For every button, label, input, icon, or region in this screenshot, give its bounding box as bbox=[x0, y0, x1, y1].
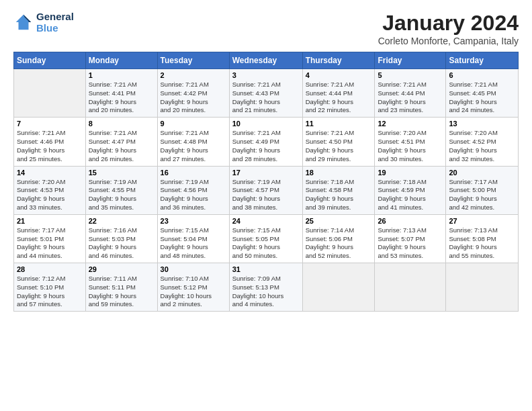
calendar-cell: 10Sunrise: 7:21 AM Sunset: 4:49 PM Dayli… bbox=[229, 118, 302, 166]
calendar-cell bbox=[446, 263, 519, 312]
day-number: 30 bbox=[161, 265, 226, 273]
day-number: 2 bbox=[161, 71, 226, 79]
calendar-week-row: 14Sunrise: 7:20 AM Sunset: 4:53 PM Dayli… bbox=[14, 166, 519, 214]
day-info: Sunrise: 7:21 AM Sunset: 4:41 PM Dayligh… bbox=[89, 81, 154, 115]
day-info: Sunrise: 7:19 AM Sunset: 4:57 PM Dayligh… bbox=[232, 178, 300, 212]
day-number: 15 bbox=[89, 169, 154, 177]
day-number: 28 bbox=[17, 265, 83, 273]
day-number: 29 bbox=[89, 265, 154, 273]
day-info: Sunrise: 7:14 AM Sunset: 5:06 PM Dayligh… bbox=[306, 226, 372, 261]
day-info: Sunrise: 7:21 AM Sunset: 4:48 PM Dayligh… bbox=[161, 129, 226, 163]
calendar-cell: 23Sunrise: 7:15 AM Sunset: 5:04 PM Dayli… bbox=[157, 214, 229, 263]
day-info: Sunrise: 7:21 AM Sunset: 4:47 PM Dayligh… bbox=[89, 129, 154, 163]
day-number: 20 bbox=[449, 169, 515, 177]
day-number: 26 bbox=[378, 217, 443, 225]
logo-text: General Blue bbox=[36, 11, 74, 34]
calendar-cell: 13Sunrise: 7:20 AM Sunset: 4:52 PM Dayli… bbox=[446, 118, 519, 166]
calendar-cell: 25Sunrise: 7:14 AM Sunset: 5:06 PM Dayli… bbox=[302, 214, 375, 263]
day-number: 10 bbox=[232, 120, 300, 128]
calendar-cell: 27Sunrise: 7:13 AM Sunset: 5:08 PM Dayli… bbox=[446, 214, 519, 263]
calendar-cell: 9Sunrise: 7:21 AM Sunset: 4:48 PM Daylig… bbox=[157, 118, 229, 166]
day-info: Sunrise: 7:20 AM Sunset: 4:52 PM Dayligh… bbox=[449, 129, 515, 163]
day-info: Sunrise: 7:13 AM Sunset: 5:08 PM Dayligh… bbox=[449, 226, 515, 261]
calendar-day-header: Tuesday bbox=[157, 52, 229, 69]
day-info: Sunrise: 7:15 AM Sunset: 5:05 PM Dayligh… bbox=[232, 226, 300, 261]
calendar-week-row: 7Sunrise: 7:21 AM Sunset: 4:46 PM Daylig… bbox=[14, 118, 519, 166]
calendar-cell: 7Sunrise: 7:21 AM Sunset: 4:46 PM Daylig… bbox=[14, 118, 86, 166]
title-block: January 2024 Corleto Monforte, Campania,… bbox=[378, 11, 519, 46]
header: General Blue January 2024 Corleto Monfor… bbox=[13, 11, 519, 46]
calendar-cell bbox=[375, 263, 446, 312]
calendar-week-row: 28Sunrise: 7:12 AM Sunset: 5:10 PM Dayli… bbox=[14, 263, 519, 312]
calendar-cell: 19Sunrise: 7:18 AM Sunset: 4:59 PM Dayli… bbox=[375, 166, 446, 214]
logo-icon bbox=[13, 12, 34, 32]
calendar-cell: 12Sunrise: 7:20 AM Sunset: 4:51 PM Dayli… bbox=[375, 118, 446, 166]
day-number: 24 bbox=[232, 217, 300, 225]
day-info: Sunrise: 7:12 AM Sunset: 5:10 PM Dayligh… bbox=[17, 275, 83, 309]
calendar-cell bbox=[14, 69, 86, 118]
day-info: Sunrise: 7:16 AM Sunset: 5:03 PM Dayligh… bbox=[89, 226, 154, 261]
calendar-table: SundayMondayTuesdayWednesdayThursdayFrid… bbox=[13, 52, 519, 312]
day-info: Sunrise: 7:10 AM Sunset: 5:12 PM Dayligh… bbox=[161, 275, 226, 309]
day-number: 1 bbox=[89, 71, 154, 79]
day-info: Sunrise: 7:19 AM Sunset: 4:55 PM Dayligh… bbox=[89, 178, 154, 212]
calendar-header-row: SundayMondayTuesdayWednesdayThursdayFrid… bbox=[14, 52, 519, 69]
calendar-day-header: Wednesday bbox=[229, 52, 302, 69]
calendar-cell: 18Sunrise: 7:18 AM Sunset: 4:58 PM Dayli… bbox=[302, 166, 375, 214]
calendar-cell: 15Sunrise: 7:19 AM Sunset: 4:55 PM Dayli… bbox=[85, 166, 157, 214]
calendar-cell: 6Sunrise: 7:21 AM Sunset: 4:45 PM Daylig… bbox=[446, 69, 519, 118]
location-subtitle: Corleto Monforte, Campania, Italy bbox=[378, 36, 519, 46]
calendar-day-header: Monday bbox=[85, 52, 157, 69]
calendar-cell: 3Sunrise: 7:21 AM Sunset: 4:43 PM Daylig… bbox=[229, 69, 302, 118]
day-number: 16 bbox=[161, 169, 226, 177]
calendar-cell: 5Sunrise: 7:21 AM Sunset: 4:44 PM Daylig… bbox=[375, 69, 446, 118]
day-info: Sunrise: 7:21 AM Sunset: 4:44 PM Dayligh… bbox=[378, 81, 443, 115]
day-info: Sunrise: 7:11 AM Sunset: 5:11 PM Dayligh… bbox=[89, 275, 154, 309]
calendar-day-header: Saturday bbox=[446, 52, 519, 69]
day-number: 6 bbox=[449, 71, 515, 79]
calendar-cell: 24Sunrise: 7:15 AM Sunset: 5:05 PM Dayli… bbox=[229, 214, 302, 263]
day-number: 22 bbox=[89, 217, 154, 225]
day-number: 5 bbox=[378, 71, 443, 79]
day-number: 9 bbox=[161, 120, 226, 128]
day-number: 12 bbox=[378, 120, 443, 128]
day-info: Sunrise: 7:13 AM Sunset: 5:07 PM Dayligh… bbox=[378, 226, 443, 261]
day-number: 23 bbox=[161, 217, 226, 225]
calendar-cell: 14Sunrise: 7:20 AM Sunset: 4:53 PM Dayli… bbox=[14, 166, 86, 214]
day-number: 8 bbox=[89, 120, 154, 128]
calendar-day-header: Thursday bbox=[302, 52, 375, 69]
month-title: January 2024 bbox=[378, 11, 519, 36]
calendar-cell: 31Sunrise: 7:09 AM Sunset: 5:13 PM Dayli… bbox=[229, 263, 302, 312]
day-info: Sunrise: 7:20 AM Sunset: 4:53 PM Dayligh… bbox=[17, 178, 83, 212]
day-info: Sunrise: 7:18 AM Sunset: 4:59 PM Dayligh… bbox=[378, 178, 443, 212]
calendar-cell: 30Sunrise: 7:10 AM Sunset: 5:12 PM Dayli… bbox=[157, 263, 229, 312]
calendar-day-header: Friday bbox=[375, 52, 446, 69]
calendar-cell: 1Sunrise: 7:21 AM Sunset: 4:41 PM Daylig… bbox=[85, 69, 157, 118]
calendar-cell: 8Sunrise: 7:21 AM Sunset: 4:47 PM Daylig… bbox=[85, 118, 157, 166]
day-number: 31 bbox=[232, 265, 300, 273]
calendar-cell: 11Sunrise: 7:21 AM Sunset: 4:50 PM Dayli… bbox=[302, 118, 375, 166]
page-container: General Blue January 2024 Corleto Monfor… bbox=[0, 0, 532, 322]
day-info: Sunrise: 7:15 AM Sunset: 5:04 PM Dayligh… bbox=[161, 226, 226, 261]
day-number: 13 bbox=[449, 120, 515, 128]
day-number: 19 bbox=[378, 169, 443, 177]
calendar-cell: 21Sunrise: 7:17 AM Sunset: 5:01 PM Dayli… bbox=[14, 214, 86, 263]
day-info: Sunrise: 7:21 AM Sunset: 4:46 PM Dayligh… bbox=[17, 129, 83, 163]
day-number: 25 bbox=[306, 217, 372, 225]
logo: General Blue bbox=[13, 11, 74, 34]
day-number: 11 bbox=[306, 120, 372, 128]
day-info: Sunrise: 7:21 AM Sunset: 4:49 PM Dayligh… bbox=[232, 129, 300, 163]
day-info: Sunrise: 7:21 AM Sunset: 4:44 PM Dayligh… bbox=[306, 81, 372, 115]
calendar-cell bbox=[302, 263, 375, 312]
day-info: Sunrise: 7:17 AM Sunset: 5:00 PM Dayligh… bbox=[449, 178, 515, 212]
calendar-cell: 17Sunrise: 7:19 AM Sunset: 4:57 PM Dayli… bbox=[229, 166, 302, 214]
day-number: 3 bbox=[232, 71, 300, 79]
calendar-cell: 22Sunrise: 7:16 AM Sunset: 5:03 PM Dayli… bbox=[85, 214, 157, 263]
day-info: Sunrise: 7:21 AM Sunset: 4:45 PM Dayligh… bbox=[449, 81, 515, 115]
calendar-cell: 28Sunrise: 7:12 AM Sunset: 5:10 PM Dayli… bbox=[14, 263, 86, 312]
day-number: 7 bbox=[17, 120, 83, 128]
day-number: 4 bbox=[306, 71, 372, 79]
day-info: Sunrise: 7:21 AM Sunset: 4:42 PM Dayligh… bbox=[161, 81, 226, 115]
calendar-week-row: 21Sunrise: 7:17 AM Sunset: 5:01 PM Dayli… bbox=[14, 214, 519, 263]
day-number: 14 bbox=[17, 169, 83, 177]
